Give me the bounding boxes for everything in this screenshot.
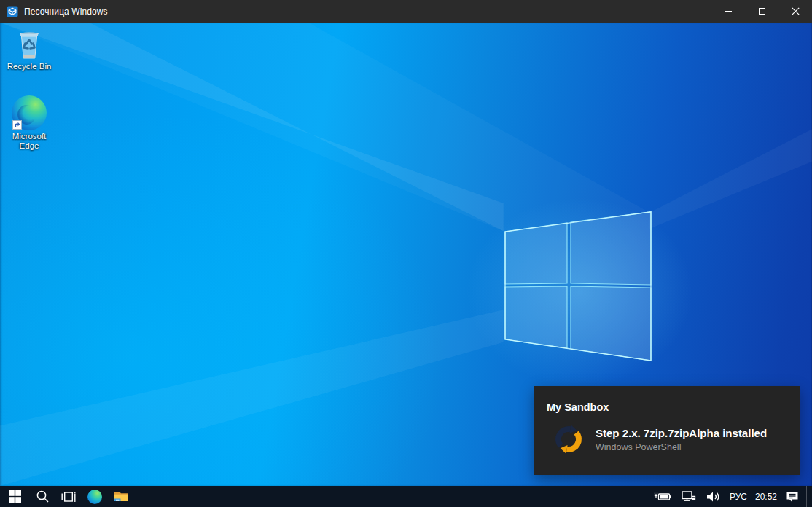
taskbar-edge-button[interactable]: [82, 486, 108, 507]
battery-charging-icon: [653, 491, 672, 502]
minimize-icon: [725, 11, 732, 12]
volume-icon: [706, 491, 722, 503]
window-controls: [711, 0, 812, 23]
start-icon: [9, 490, 21, 503]
maximize-button[interactable]: [745, 0, 778, 23]
edge-icon: [87, 490, 102, 504]
file-explorer-icon: [114, 490, 129, 503]
taskbar: РУС 20:52: [0, 486, 812, 507]
toast-notification[interactable]: My Sandbox Step 2.x. 7zip.7zipAlpha inst…: [534, 386, 800, 475]
sync-arrows-icon: [552, 422, 585, 456]
close-icon: [792, 7, 800, 15]
search-icon: [36, 490, 50, 503]
action-center-icon: [785, 490, 800, 503]
volume-status[interactable]: [704, 486, 723, 507]
system-tray: РУС 20:52: [652, 486, 812, 507]
toast-source: Windows PowerShell: [596, 442, 767, 452]
show-desktop-button[interactable]: [806, 486, 809, 507]
toast-title: Step 2.x. 7zip.7zipAlpha installed: [596, 427, 767, 439]
desktop-icon-recycle-bin[interactable]: Recycle Bin: [1, 28, 57, 71]
toast-app-name: My Sandbox: [547, 401, 786, 413]
clock[interactable]: 20:52: [754, 486, 778, 507]
start-button[interactable]: [0, 486, 29, 507]
task-view-button[interactable]: [55, 486, 82, 507]
task-view-icon: [61, 490, 76, 503]
battery-status[interactable]: [652, 486, 674, 507]
network-status[interactable]: [679, 486, 699, 507]
close-button[interactable]: [778, 0, 812, 23]
maximize-icon: [759, 8, 765, 15]
titlebar: Песочница Windows: [0, 0, 812, 23]
desktop-icon-microsoft-edge[interactable]: Microsoft Edge: [1, 95, 57, 151]
ethernet-icon: [680, 490, 698, 503]
taskbar-file-explorer-button[interactable]: [108, 486, 134, 507]
language-label: РУС: [730, 492, 747, 502]
language-indicator[interactable]: РУС: [728, 486, 749, 507]
desktop-icon-label: Recycle Bin: [7, 62, 52, 71]
desktop: Recycle Bin Microsoft Edge My Sandbox: [0, 23, 812, 486]
desktop-icon-label: Microsoft Edge: [1, 132, 57, 151]
windows-sandbox-icon: [7, 6, 18, 17]
window-title: Песочница Windows: [24, 7, 108, 17]
windows-logo-wallpaper: [503, 211, 652, 362]
windows-logo-glow: [423, 161, 736, 423]
minimize-button[interactable]: [711, 0, 745, 23]
action-center-button[interactable]: [784, 486, 801, 507]
sandbox-window: Песочница Windows: [0, 0, 812, 507]
recycle-bin-icon: [15, 28, 44, 60]
shortcut-arrow-badge: [12, 120, 22, 130]
search-button[interactable]: [29, 486, 55, 507]
time-label: 20:52: [755, 492, 777, 502]
